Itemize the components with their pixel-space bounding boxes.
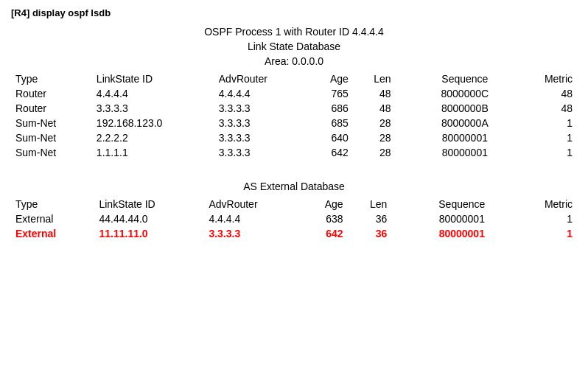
- area-row-linkstate-id: 3.3.3.3: [92, 101, 214, 116]
- ospf-header: OSPF Process 1 with Router ID 4.4.4.4: [11, 26, 577, 38]
- area-row-len: 28: [353, 116, 396, 130]
- col-header-age: Age: [309, 71, 353, 86]
- ext-row-type: External: [11, 211, 94, 226]
- area-table: Type LinkState ID AdvRouter Age Len Sequ…: [11, 71, 577, 160]
- area-table-row: Router 4.4.4.4 4.4.4.4 765 48 8000000C 4…: [11, 86, 577, 101]
- area-row-metric: 1: [517, 130, 577, 145]
- ext-row-adv-router: 3.3.3.3: [204, 226, 301, 241]
- area-row-len: 48: [353, 101, 396, 116]
- command-line: [R4] display ospf lsdb: [11, 7, 577, 18]
- ext-col-header-adv-router: AdvRouter: [204, 197, 301, 211]
- ext-row-age: 642: [301, 226, 347, 241]
- ext-row-age: 638: [301, 211, 347, 226]
- ext-row-type: External: [11, 226, 94, 241]
- ext-col-header-type: Type: [11, 197, 94, 211]
- area-row-linkstate-id: 1.1.1.1: [92, 145, 214, 160]
- area-row-metric: 48: [517, 101, 577, 116]
- as-external-header: AS External Database: [11, 181, 577, 192]
- area-row-age: 642: [309, 145, 353, 160]
- area-table-row: Sum-Net 192.168.123.0 3.3.3.3 685 28 800…: [11, 116, 577, 130]
- ext-col-header-metric: Metric: [514, 197, 577, 211]
- ext-col-header-linkstate-id: LinkState ID: [94, 197, 204, 211]
- area-row-age: 765: [309, 86, 353, 101]
- area-row-len: 28: [353, 145, 396, 160]
- col-header-len: Len: [353, 71, 396, 86]
- ext-row-metric: 1: [514, 226, 577, 241]
- area-row-type: Sum-Net: [11, 130, 92, 145]
- area-row-len: 28: [353, 130, 396, 145]
- ext-row-linkstate-id: 44.44.44.0: [94, 211, 204, 226]
- area-row-metric: 48: [517, 86, 577, 101]
- ext-col-header-age: Age: [301, 197, 347, 211]
- area-row-age: 686: [309, 101, 353, 116]
- area-row-age: 685: [309, 116, 353, 130]
- area-table-row: Sum-Net 2.2.2.2 3.3.3.3 640 28 80000001 …: [11, 130, 577, 145]
- spacer: [11, 166, 577, 178]
- external-table: Type LinkState ID AdvRouter Age Len Sequ…: [11, 197, 577, 241]
- col-header-linkstate-id: LinkState ID: [92, 71, 214, 86]
- area-table-header: Type LinkState ID AdvRouter Age Len Sequ…: [11, 71, 577, 86]
- area-row-adv-router: 3.3.3.3: [214, 145, 309, 160]
- area-row-adv-router: 3.3.3.3: [214, 101, 309, 116]
- ext-row-sequence: 80000001: [391, 211, 514, 226]
- area-row-age: 640: [309, 130, 353, 145]
- ext-row-sequence: 80000001: [391, 226, 514, 241]
- area-row-adv-router: 4.4.4.4: [214, 86, 309, 101]
- area-row-type: Router: [11, 101, 92, 116]
- col-header-sequence: Sequence: [396, 71, 517, 86]
- area-table-row: Sum-Net 1.1.1.1 3.3.3.3 642 28 80000001 …: [11, 145, 577, 160]
- area-row-type: Sum-Net: [11, 145, 92, 160]
- area-row-linkstate-id: 192.168.123.0: [92, 116, 214, 130]
- ext-row-len: 36: [348, 211, 392, 226]
- area-row-linkstate-id: 4.4.4.4: [92, 86, 214, 101]
- col-header-type: Type: [11, 71, 92, 86]
- external-table-header: Type LinkState ID AdvRouter Age Len Sequ…: [11, 197, 577, 211]
- col-header-metric: Metric: [517, 71, 577, 86]
- area-row-len: 48: [353, 86, 396, 101]
- area-row-adv-router: 3.3.3.3: [214, 130, 309, 145]
- area-row-sequence: 8000000B: [396, 101, 517, 116]
- area-row-linkstate-id: 2.2.2.2: [92, 130, 214, 145]
- ext-row-len: 36: [348, 226, 392, 241]
- ext-row-metric: 1: [514, 211, 577, 226]
- ext-col-header-sequence: Sequence: [391, 197, 514, 211]
- external-table-row: External 44.44.44.0 4.4.4.4 638 36 80000…: [11, 211, 577, 226]
- area-row-type: Router: [11, 86, 92, 101]
- area-row-sequence: 80000001: [396, 145, 517, 160]
- link-state-db-label: Link State Database: [11, 41, 577, 52]
- area-row-type: Sum-Net: [11, 116, 92, 130]
- ext-col-header-len: Len: [348, 197, 392, 211]
- area-row-sequence: 8000000A: [396, 116, 517, 130]
- area-row-metric: 1: [517, 145, 577, 160]
- area-row-sequence: 80000001: [396, 130, 517, 145]
- ext-row-linkstate-id: 11.11.11.0: [94, 226, 204, 241]
- area-row-metric: 1: [517, 116, 577, 130]
- external-table-row: External 11.11.11.0 3.3.3.3 642 36 80000…: [11, 226, 577, 241]
- area-row-sequence: 8000000C: [396, 86, 517, 101]
- area-label: Area: 0.0.0.0: [11, 55, 577, 67]
- area-table-row: Router 3.3.3.3 3.3.3.3 686 48 8000000B 4…: [11, 101, 577, 116]
- ext-row-adv-router: 4.4.4.4: [204, 211, 301, 226]
- area-row-adv-router: 3.3.3.3: [214, 116, 309, 130]
- col-header-adv-router: AdvRouter: [214, 71, 309, 86]
